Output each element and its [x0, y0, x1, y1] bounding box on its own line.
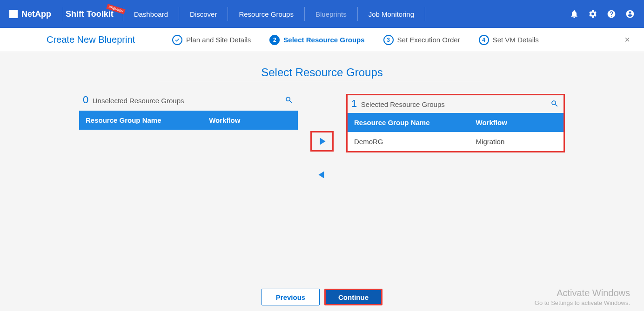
nav-job-monitoring[interactable]: Job Monitoring — [360, 10, 423, 18]
watermark-title: Activate Windows — [535, 288, 630, 298]
nav-dashboard[interactable]: Dashboard — [126, 10, 176, 18]
col-resource-group-name: Resource Group Name — [354, 119, 476, 126]
arrow-right-icon — [316, 134, 328, 148]
step-label: Select Resource Groups — [283, 36, 364, 44]
watermark-subtitle: Go to Settings to activate Windows. — [535, 299, 630, 306]
app-title: Shift Toolkit PREVIEW — [66, 9, 114, 19]
transfer-controls — [310, 131, 334, 185]
panel-label: Unselected Resource Groups — [93, 97, 184, 105]
divider — [179, 7, 179, 21]
step-number: 2 — [269, 35, 280, 45]
previous-button[interactable]: Previous — [262, 289, 320, 305]
divider — [304, 7, 305, 21]
brand-name: NetApp — [21, 9, 51, 19]
continue-button[interactable]: Continue — [324, 289, 382, 305]
search-icon[interactable] — [285, 96, 293, 104]
nav-right — [570, 9, 635, 19]
step-label: Set VM Details — [493, 36, 539, 44]
brand-logo: NetApp — [9, 9, 51, 19]
step-select-resource-groups[interactable]: 2 Select Resource Groups — [269, 35, 364, 45]
wizard-steps: Plan and Site Details 2 Select Resource … — [172, 35, 539, 45]
panel-title: 0 Unselected Resource Groups — [83, 94, 184, 106]
bell-icon[interactable] — [570, 9, 579, 19]
step-label: Plan and Site Details — [186, 36, 251, 44]
divider — [357, 7, 358, 21]
nav-resource-groups[interactable]: Resource Groups — [230, 10, 302, 18]
search-icon[interactable] — [550, 99, 559, 108]
divider — [228, 7, 228, 21]
step-number: 4 — [479, 35, 489, 45]
app-title-text: Shift Toolkit — [66, 9, 114, 19]
wizard-title: Create New Blueprint — [47, 34, 135, 45]
main-area: Select Resource Groups 0 Unselected Reso… — [0, 52, 644, 194]
nav-discover[interactable]: Discover — [181, 10, 225, 18]
close-icon[interactable]: × — [624, 34, 630, 45]
panel-title: 1 Selected Resource Groups — [351, 98, 445, 110]
col-resource-group-name: Resource Group Name — [86, 116, 209, 124]
step-label: Set Execution Order — [397, 36, 460, 44]
logo-mark — [9, 10, 18, 18]
panel-label: Selected Resource Groups — [361, 100, 445, 108]
selected-panel: 1 Selected Resource Groups Resource Grou… — [346, 94, 565, 152]
top-nav: NetApp Shift Toolkit PREVIEW Dashboard D… — [0, 0, 644, 28]
step-number: 3 — [383, 35, 394, 45]
user-icon[interactable] — [625, 9, 635, 19]
cell-name: DemoRG — [354, 138, 476, 146]
panel-header: 0 Unselected Resource Groups — [79, 94, 298, 111]
windows-watermark: Activate Windows Go to Settings to activ… — [535, 288, 630, 306]
unselected-panel: 0 Unselected Resource Groups Resource Gr… — [79, 94, 298, 130]
panel-count: 1 — [351, 98, 357, 109]
transfer-layout: 0 Unselected Resource Groups Resource Gr… — [79, 94, 565, 185]
arrow-left-icon — [316, 168, 328, 182]
table-row[interactable]: DemoRG Migration — [348, 132, 564, 151]
section-title: Select Resource Groups — [79, 66, 565, 79]
footer-buttons: Previous Continue — [262, 289, 382, 305]
cell-workflow: Migration — [476, 138, 557, 146]
divider — [425, 7, 425, 21]
nav-blueprints[interactable]: Blueprints — [307, 10, 355, 18]
nav-items: Dashboard Discover Resource Groups Bluep… — [126, 7, 428, 21]
step-plan-site[interactable]: Plan and Site Details — [172, 35, 251, 45]
section-divider — [159, 82, 485, 82]
move-right-button[interactable] — [310, 131, 334, 152]
gear-icon[interactable] — [588, 9, 597, 19]
panel-header: 1 Selected Resource Groups — [348, 95, 564, 113]
table-header: Resource Group Name Workflow — [348, 113, 564, 132]
col-workflow: Workflow — [209, 116, 291, 124]
help-icon[interactable] — [607, 9, 616, 19]
table-header: Resource Group Name Workflow — [79, 111, 298, 130]
check-icon — [172, 35, 182, 45]
step-set-vm-details[interactable]: 4 Set VM Details — [479, 35, 539, 45]
wizard-bar: Create New Blueprint Plan and Site Detai… — [0, 28, 644, 52]
col-workflow: Workflow — [476, 119, 557, 126]
step-set-execution-order[interactable]: 3 Set Execution Order — [383, 35, 460, 45]
divider — [63, 7, 63, 21]
move-left-button[interactable] — [310, 165, 334, 185]
panel-count: 0 — [83, 94, 88, 106]
